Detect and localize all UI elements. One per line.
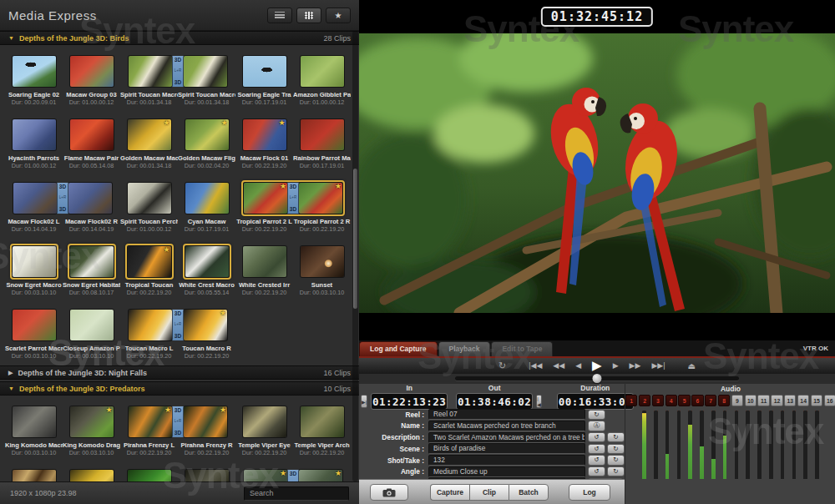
autoname-button[interactable]: Ⓐ bbox=[588, 421, 605, 431]
clip-thumbnail[interactable] bbox=[243, 56, 286, 87]
clip-thumb-wrap[interactable] bbox=[68, 244, 116, 280]
audio-channel-12[interactable]: 12 bbox=[771, 395, 782, 406]
decrement-button[interactable]: ↺ bbox=[588, 444, 605, 455]
clip-thumbnail[interactable]: ★ bbox=[243, 119, 286, 150]
scrub-handle[interactable] bbox=[593, 374, 602, 383]
clip-item[interactable]: Snow Egret MacroDur: 00.03.10.10 bbox=[5, 244, 63, 296]
clip-item[interactable]: Golden PythonDur: 00.03.10.10 bbox=[63, 467, 120, 481]
clip-thumbnail[interactable] bbox=[13, 310, 56, 340]
clip-thumbnail[interactable] bbox=[70, 56, 114, 87]
clip-item[interactable]: Green Tree PythonDur: 00.03.10.10 bbox=[120, 467, 178, 481]
clip-thumbnail[interactable] bbox=[185, 246, 229, 277]
clip-thumb-wrap[interactable]: ★ bbox=[240, 117, 289, 153]
grab-frame-button[interactable] bbox=[370, 484, 408, 501]
clip-thumb-wrap[interactable] bbox=[183, 467, 231, 481]
clip-thumbnail[interactable]: ★ bbox=[184, 406, 227, 437]
clip-thumb-wrap[interactable] bbox=[240, 244, 289, 280]
clip-thumb-wrap[interactable] bbox=[240, 404, 289, 440]
search-input[interactable] bbox=[244, 486, 349, 501]
skip-end-icon[interactable]: ▶▶| bbox=[651, 362, 665, 370]
clip-thumbnail[interactable] bbox=[13, 183, 57, 214]
clip-item[interactable]: ★Golden Macaw MacroDur: 00.01.34.18 bbox=[120, 117, 178, 169]
field-value[interactable]: Two Scarlet Amazon Macaws perched on a t… bbox=[428, 432, 585, 443]
clip-thumb-wrap[interactable]: ★3DL+R3D★ bbox=[241, 467, 345, 481]
clip-item[interactable]: Snow Egret HabitatDur: 00.08.10.17 bbox=[63, 244, 120, 296]
clip-item[interactable]: ★King Komodo DragDur: 00.03.10.10 bbox=[63, 404, 120, 456]
clip-thumbnail[interactable] bbox=[13, 56, 56, 87]
clip-thumbnail[interactable] bbox=[243, 246, 286, 277]
clip-item[interactable]: White Crest MacroDur: 00.05.55.14 bbox=[178, 244, 235, 296]
clip-thumbnail[interactable] bbox=[13, 406, 56, 437]
audio-channel-5[interactable]: 5 bbox=[678, 395, 690, 406]
clip-item[interactable]: Macaw Group 03Dur: 01.00.00.12 bbox=[63, 53, 120, 106]
clip-thumbnail[interactable] bbox=[301, 406, 344, 437]
clip-thumbnail[interactable]: ★ bbox=[244, 470, 287, 481]
stereo-clip-pair[interactable]: 3DL+R3D★Toucan Macro LDur: 00.22.19.20To… bbox=[120, 307, 235, 360]
skip-start-icon[interactable]: |◀◀ bbox=[529, 362, 542, 370]
audio-channel-13[interactable]: 13 bbox=[784, 395, 796, 406]
clip-thumb-wrap[interactable]: 3DL+R3D★ bbox=[126, 307, 230, 343]
bin-header-birds[interactable]: ▼ Depths of the Jungle 3D: Birds 28 Clip… bbox=[0, 31, 359, 45]
clip-thumb-wrap[interactable] bbox=[10, 53, 58, 89]
decrement-button[interactable]: ↺ bbox=[588, 455, 605, 466]
stereo-clip-pair[interactable]: 3DL+R3DMacaw Flock02 LDur: 00.14.04.19Ma… bbox=[5, 180, 120, 233]
tab-edit-to-tape[interactable]: Edit to Tape bbox=[491, 341, 553, 356]
clip-thumbnail[interactable]: ★ bbox=[299, 470, 342, 481]
out-timecode[interactable]: 01:38:46:02 bbox=[456, 393, 533, 410]
rewind-icon[interactable]: ◀◀ bbox=[553, 362, 564, 370]
tab-log-and-capture[interactable]: Log and Capture bbox=[359, 341, 438, 356]
clip-thumb-wrap[interactable] bbox=[10, 404, 58, 440]
clip-thumbnail[interactable] bbox=[13, 119, 56, 150]
clip-item[interactable]: Closeup Amazon PDur: 00.03.10.10 bbox=[63, 307, 120, 360]
clip-thumb-wrap[interactable] bbox=[10, 244, 58, 280]
clip-thumb-wrap[interactable] bbox=[183, 244, 231, 280]
capture-button[interactable]: Capture bbox=[430, 484, 469, 501]
clip-thumbnail[interactable] bbox=[129, 56, 172, 87]
clip-thumbnail[interactable] bbox=[301, 119, 344, 150]
clip-thumb-wrap[interactable]: ★ bbox=[125, 117, 174, 153]
clip-item[interactable]: ★Macaw Flock 01Dur: 00.22.19.20 bbox=[235, 117, 293, 169]
audio-channel-6[interactable]: 6 bbox=[691, 395, 703, 406]
increment-button[interactable]: ↻ bbox=[607, 432, 625, 443]
clip-thumb-wrap[interactable] bbox=[125, 467, 174, 481]
clip-thumbnail[interactable] bbox=[70, 119, 114, 150]
clip-item[interactable]: Cyan MacawDur: 00.17.19.01 bbox=[178, 180, 235, 233]
clip-thumbnail[interactable] bbox=[70, 246, 114, 277]
clip-thumb-wrap[interactable] bbox=[10, 117, 58, 153]
clip-thumbnail[interactable]: ★ bbox=[184, 310, 227, 340]
step-forward-icon[interactable]: ▶ bbox=[613, 362, 619, 370]
clip-thumb-wrap[interactable] bbox=[240, 53, 289, 89]
list-view-button[interactable] bbox=[267, 8, 292, 23]
clip-thumbnail[interactable]: ★ bbox=[128, 246, 171, 277]
field-value[interactable]: Medium Close up bbox=[428, 466, 585, 477]
clip-thumbnail[interactable]: ★ bbox=[128, 119, 171, 150]
clip-item[interactable]: Tiger PythonDur: 00.03.10.10 bbox=[5, 467, 63, 481]
field-value[interactable]: 132 bbox=[428, 455, 585, 466]
clip-thumbnail[interactable] bbox=[68, 183, 112, 214]
browser-scrollbar[interactable] bbox=[352, 31, 358, 481]
clip-thumbnail[interactable] bbox=[301, 56, 344, 87]
clip-item[interactable]: Hyacinth ParrotsDur: 01.00.00.12 bbox=[5, 117, 63, 169]
bin-header-predators[interactable]: ▼ Depths of the Jungle 3D: Predators 10 … bbox=[0, 381, 359, 396]
clip-thumbnail[interactable]: ★ bbox=[185, 119, 229, 150]
field-value[interactable]: Reel 07 bbox=[428, 409, 585, 420]
bin-header-night-falls[interactable]: ▶ Depths of the Jungle 3D: Night Falls 1… bbox=[0, 365, 359, 380]
decrement-button[interactable]: ↺ bbox=[588, 432, 605, 443]
clip-item[interactable]: Soaring Eagle 02Dur: 00.20.09.01 bbox=[5, 53, 63, 106]
clip-item[interactable]: Temple Viper ArchDur: 00.22.19.20 bbox=[293, 404, 351, 456]
favorites-button[interactable]: ★ bbox=[326, 8, 351, 23]
clip-thumbnail[interactable] bbox=[185, 470, 229, 481]
clip-item[interactable]: Amazon Gibblet PaDur: 01.00.00.12 bbox=[293, 53, 351, 106]
clip-item[interactable]: Scarlet Parrot MacroDur: 00.03.10.10 bbox=[5, 307, 63, 360]
clip-thumbnail[interactable] bbox=[243, 406, 286, 437]
clip-thumb-wrap[interactable] bbox=[68, 117, 116, 153]
clip-thumb-wrap[interactable]: ★ bbox=[68, 404, 116, 440]
clip-thumbnail[interactable] bbox=[13, 246, 56, 277]
stereo-clip-pair[interactable]: ★3DL+R3D★Pirahna Frenzy LDur: 00.22.19.2… bbox=[120, 404, 235, 456]
clip-thumb-wrap[interactable]: ★3DL+R3D★ bbox=[126, 404, 230, 440]
clip-item[interactable]: SunsetDur: 00.03.10.10 bbox=[293, 244, 351, 296]
clip-thumbnail[interactable]: ★ bbox=[299, 183, 342, 214]
clip-thumbnail[interactable] bbox=[184, 56, 227, 87]
field-value[interactable]: Scarlet Macaws perched on tree branch bbox=[428, 421, 585, 431]
audio-channel-16[interactable]: 16 bbox=[824, 395, 835, 406]
